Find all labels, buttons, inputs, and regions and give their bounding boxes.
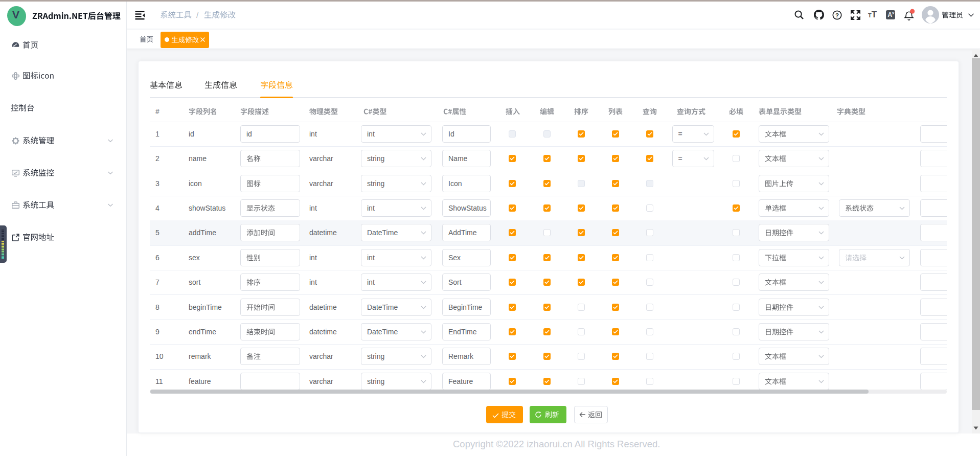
svg-text:?: ? <box>835 12 839 18</box>
